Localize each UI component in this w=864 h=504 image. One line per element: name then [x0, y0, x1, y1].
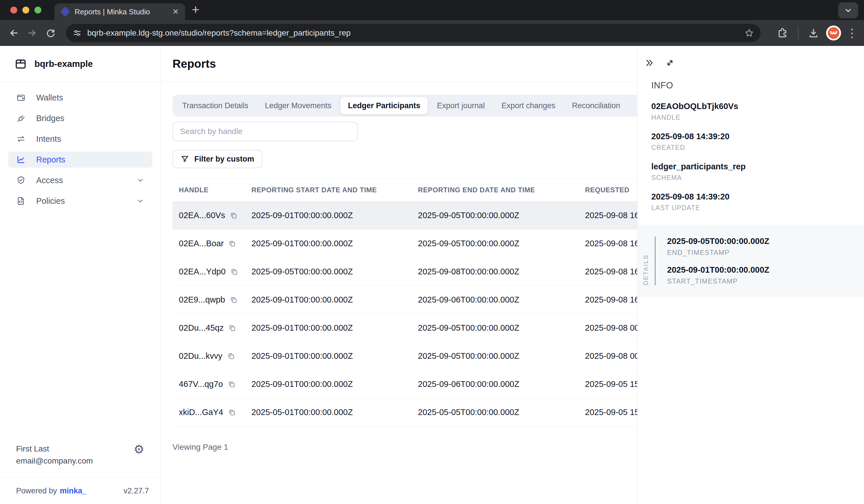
- details-vertical-label: DETAILS: [642, 237, 650, 285]
- detail-value: 2025-09-01T00:00:00.000Z: [667, 265, 769, 275]
- row-end: 2025-09-06T00:00:00.000Z: [418, 295, 585, 304]
- sidebar-item-intents[interactable]: Intents: [8, 131, 153, 147]
- field-label: HANDLE: [651, 114, 864, 121]
- field-value: 02EAObOQLbTjk60Vs: [651, 101, 864, 111]
- row-start: 2025-09-01T00:00:00.000Z: [251, 351, 418, 361]
- row-handle: 02E9...qwpb: [179, 295, 225, 304]
- sidebar-item-label: Bridges: [36, 114, 64, 123]
- sidebar-item-policies[interactable]: Policies: [8, 193, 153, 209]
- field-handle: 02EAObOQLbTjk60Vs HANDLE: [651, 101, 864, 121]
- detail-label: END_TIMESTAMP: [667, 249, 769, 256]
- row-end: 2025-09-05T00:00:00.000Z: [418, 211, 585, 220]
- table-row[interactable]: 02Du...45qz 2025-09-01T00:00:00.000Z 202…: [172, 314, 678, 342]
- reload-button[interactable]: [44, 26, 57, 40]
- minka-brand-link[interactable]: minka_: [60, 487, 87, 495]
- user-name: First Last: [16, 443, 144, 455]
- extensions-icon[interactable]: [776, 26, 789, 40]
- zoom-window-button[interactable]: [34, 7, 41, 13]
- table-row[interactable]: 467V...qg7o 2025-09-01T00:00:00.000Z 202…: [172, 370, 678, 398]
- browser-tabstrip: Reports | Minka Studio ✕ +: [0, 0, 864, 20]
- copy-icon[interactable]: [228, 380, 236, 388]
- ledger-switcher[interactable]: bqrb-example: [0, 46, 160, 82]
- app-version: v2.27.7: [123, 487, 149, 495]
- sidebar-item-bridges[interactable]: Bridges: [8, 110, 153, 126]
- search-input[interactable]: [172, 122, 358, 141]
- row-start: 2025-09-01T00:00:00.000Z: [251, 239, 418, 248]
- new-tab-button[interactable]: +: [192, 3, 200, 16]
- url-bar[interactable]: bqrb-example.ldg-stg.one/studio/reports?…: [66, 24, 761, 42]
- tab-close-icon[interactable]: ✕: [172, 8, 179, 16]
- site-controls-icon[interactable]: [72, 28, 82, 38]
- copy-icon[interactable]: [230, 268, 238, 276]
- row-start: 2025-09-01T00:00:00.000Z: [251, 295, 418, 304]
- field-schema: ledger_participants_rep SCHEMA: [651, 162, 864, 182]
- sidebar-item-access[interactable]: Access: [8, 172, 153, 188]
- sidebar-item-label: Intents: [36, 134, 61, 144]
- browser-tab[interactable]: Reports | Minka Studio ✕: [55, 3, 185, 20]
- bridge-plug-icon: [16, 113, 26, 123]
- tab-ledger-participants[interactable]: Ledger Participants: [340, 97, 428, 114]
- ledger-name: bqrb-example: [34, 59, 93, 69]
- filter-by-custom-button[interactable]: Filter by custom: [172, 150, 262, 168]
- column-header-start: REPORTING START DATE AND TIME: [251, 186, 418, 194]
- browser-toolbar: bqrb-example.ldg-stg.one/studio/reports?…: [0, 20, 864, 46]
- sidebar-nav: Wallets Bridges Intents: [0, 82, 160, 209]
- back-button[interactable]: [7, 26, 21, 40]
- tab-transaction-details[interactable]: Transaction Details: [175, 97, 256, 114]
- bookmark-star-icon[interactable]: [744, 28, 754, 38]
- row-handle: xkiD...GaY4: [179, 408, 223, 417]
- screen: Reports | Minka Studio ✕ + bqrb-example.…: [0, 0, 864, 504]
- table-row[interactable]: 02EA...Ydp0 2025-09-05T00:00:00.000Z 202…: [172, 258, 678, 286]
- row-end: 2025-05-05T00:00:00.000Z: [418, 408, 585, 417]
- sidebar-item-label: Policies: [36, 196, 65, 206]
- toolbar-divider: [798, 27, 799, 39]
- field-created: 2025-09-08 14:39:20 CREATED: [651, 132, 864, 152]
- tab-export-changes[interactable]: Export changes: [494, 97, 563, 114]
- profile-avatar[interactable]: [826, 26, 841, 40]
- settings-gear-icon[interactable]: ⚙: [133, 443, 144, 456]
- tab-search-button[interactable]: [838, 2, 858, 19]
- field-value: ledger_participants_rep: [651, 162, 864, 171]
- sidebar-item-label: Reports: [36, 155, 65, 165]
- row-start: 2025-09-01T00:00:00.000Z: [251, 211, 418, 220]
- reports-chart-icon: [16, 155, 26, 165]
- browser-menu-icon[interactable]: ⋮: [845, 27, 858, 39]
- tab-reconciliation[interactable]: Reconciliation: [565, 97, 628, 114]
- copy-icon[interactable]: [230, 212, 238, 219]
- collapse-panel-icon[interactable]: [645, 58, 655, 68]
- copy-icon[interactable]: [228, 408, 236, 417]
- column-header-handle: HANDLE: [172, 186, 251, 194]
- row-end: 2025-09-05T00:00:00.000Z: [418, 239, 585, 248]
- copy-icon[interactable]: [228, 324, 236, 332]
- powered-by-prefix: Powered by: [16, 487, 57, 495]
- minimize-window-button[interactable]: [22, 7, 29, 13]
- table-header-row: HANDLE REPORTING START DATE AND TIME REP…: [172, 179, 678, 202]
- sidebar-item-reports[interactable]: Reports: [8, 152, 153, 168]
- policy-document-icon: [16, 196, 26, 206]
- close-window-button[interactable]: [10, 7, 17, 13]
- copy-icon[interactable]: [230, 296, 238, 304]
- table-row[interactable]: 02E9...qwpb 2025-09-01T00:00:00.000Z 202…: [172, 286, 678, 314]
- row-handle: 02EA...Ydp0: [179, 267, 226, 276]
- table-row[interactable]: xkiD...GaY4 2025-05-01T00:00:00.000Z 202…: [172, 398, 678, 426]
- table-row[interactable]: 02Du...kvvy 2025-09-01T00:00:00.000Z 202…: [172, 342, 678, 370]
- forward-button[interactable]: [25, 26, 39, 40]
- row-end: 2025-09-05T00:00:00.000Z: [418, 323, 585, 333]
- table-row[interactable]: 02EA...Boar 2025-09-01T00:00:00.000Z 202…: [172, 230, 678, 258]
- expand-panel-icon[interactable]: [665, 58, 675, 68]
- copy-icon[interactable]: [227, 352, 235, 360]
- sidebar-item-wallets[interactable]: Wallets: [8, 89, 153, 106]
- copy-icon[interactable]: [228, 240, 236, 248]
- row-start: 2025-09-01T00:00:00.000Z: [251, 380, 418, 389]
- detail-label: START_TIMESTAMP: [667, 277, 769, 285]
- table-row[interactable]: 02EA...60Vs 2025-09-01T00:00:00.000Z 202…: [172, 202, 678, 230]
- field-label: LAST UPDATE: [651, 204, 864, 212]
- download-icon[interactable]: [807, 26, 820, 40]
- reports-table: HANDLE REPORTING START DATE AND TIME REP…: [172, 179, 678, 427]
- wallet-icon: [16, 93, 26, 103]
- tab-ledger-movements[interactable]: Ledger Movements: [257, 97, 339, 114]
- tab-export-journal[interactable]: Export journal: [429, 97, 492, 114]
- details-section: DETAILS 2025-09-05T00:00:00.000Z END_TIM…: [637, 225, 864, 297]
- user-info: First Last email@company.com ⚙: [0, 443, 160, 467]
- row-handle: 02EA...Boar: [179, 239, 224, 248]
